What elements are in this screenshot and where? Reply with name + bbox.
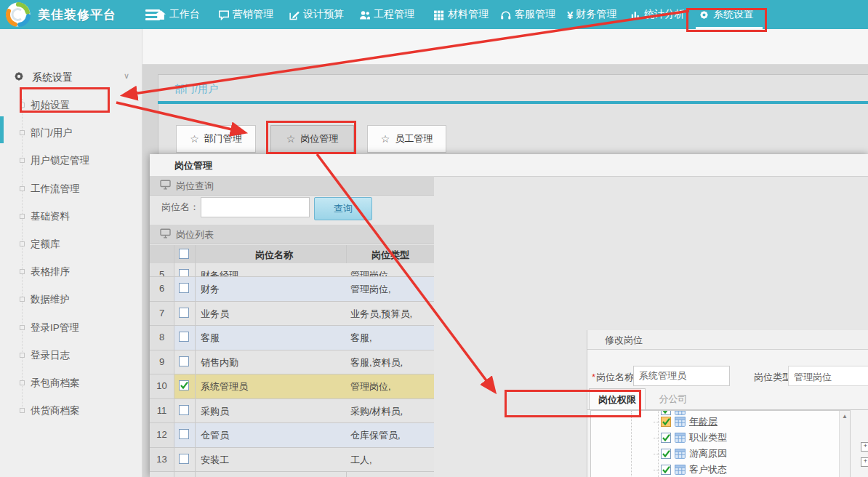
nav-item-label: 设计预算 [303, 8, 344, 21]
nav-item-7[interactable]: ¥财务管理 [567, 0, 616, 29]
breadcrumb-bar [142, 29, 868, 65]
row-number: 6 [150, 277, 174, 301]
post-manage-dialog: 岗位管理 岗位查询 岗位名： 查询 岗位列表 岗位名称 岗位类型 5财务经理管理… [150, 154, 868, 477]
sidebar-item-label: 初始设置 [31, 99, 70, 112]
post-type-cell: 仓库保管员, [350, 429, 401, 442]
table-row-6[interactable]: 6财务管理岗位, [150, 277, 434, 302]
table-icon [675, 433, 686, 443]
post-manage-button[interactable]: ☆岗位管理 [270, 125, 354, 153]
row-checkbox[interactable] [174, 399, 196, 422]
tree-item-年龄层[interactable]: 年龄层 [654, 414, 851, 430]
panel-tab-dept-user[interactable]: 部门/用户 [174, 83, 218, 96]
yen-icon: ¥ [567, 9, 573, 21]
post-type-select[interactable]: 管理岗位 ▼ [788, 366, 868, 386]
table-row-12[interactable]: 12仓管员仓库保管员, [150, 423, 434, 448]
table-row-10[interactable]: 10系统管理员管理岗位, [150, 374, 434, 399]
expander-icon[interactable]: + [861, 442, 868, 452]
post-name-cell: 销售内勤 [201, 356, 238, 369]
table-row-11[interactable]: 11采购员采购/材料员, [150, 399, 434, 423]
table-row-13[interactable]: 13安装工工人, [150, 448, 434, 472]
row-checkbox[interactable] [174, 277, 196, 301]
row-checkbox[interactable] [174, 326, 196, 350]
column-header-name: 岗位名称 [255, 249, 293, 262]
sidebar-item-5[interactable]: 基础资料 [0, 207, 142, 226]
nav-item-label: 工作台 [169, 8, 200, 21]
select-all-checkbox[interactable] [179, 249, 189, 262]
star-icon: ☆ [381, 133, 390, 145]
nav-item-6[interactable]: 客服管理 [500, 0, 555, 29]
tab-post-permissions[interactable]: 岗位权限 [589, 388, 646, 410]
sidebar-item-10[interactable]: 登录日志 [0, 346, 142, 365]
sidebar-item-1[interactable]: 初始设置 [0, 96, 142, 115]
post-name-cell: 系统管理员 [201, 380, 248, 393]
star-icon: ☆ [190, 133, 199, 145]
row-checkbox[interactable] [174, 374, 196, 398]
post-query-section-header: 岗位查询 [150, 176, 434, 196]
nav-item-label: 统计分析 [644, 8, 685, 21]
headset-icon [500, 9, 511, 20]
sidebar-item-label: 登录日志 [31, 349, 70, 362]
table-row-5[interactable]: 5财务经理管理岗位, [150, 263, 434, 277]
tree-checkbox[interactable] [661, 433, 671, 443]
tab-branch-company[interactable]: 分公司 [647, 388, 699, 410]
table-row-9[interactable]: 9销售内勤客服,资料员, [150, 350, 434, 374]
row-checkbox[interactable] [174, 302, 196, 325]
tree-item-label: 游离原因 [689, 447, 727, 460]
nav-item-5[interactable]: 材料管理 [433, 0, 489, 29]
nav-item-3[interactable]: 设计预算 [289, 0, 344, 29]
row-checkbox[interactable] [174, 448, 196, 471]
bullet-icon [20, 241, 25, 246]
sidebar-header-system-settings[interactable]: 系统设置 ∨ [0, 67, 142, 89]
nav-item-8[interactable]: 统计分析 [630, 0, 685, 29]
sidebar-item-12[interactable]: 供货商档案 [0, 401, 142, 420]
row-checkbox[interactable] [174, 263, 196, 276]
monitor-icon [160, 180, 171, 190]
edit-post-panel: 修改岗位 *岗位名称 岗位类型 管理岗位 ▼ 分公司可用 门 岗位权限 分公司 [587, 330, 868, 477]
tree-vertical-scrollbar[interactable]: ▲ ▼ [839, 411, 851, 477]
table-row-7[interactable]: 7业务员业务员,预算员, [150, 302, 434, 326]
tree-checkbox[interactable] [661, 417, 671, 427]
sidebar-item-2[interactable]: 部门/用户 [0, 124, 142, 143]
tree-item-客户状态[interactable]: 客户状态 [654, 462, 851, 477]
edit-post-title: 修改岗位 [605, 334, 643, 347]
table-row-8[interactable]: 8客服客服, [150, 326, 434, 350]
sidebar-item-9[interactable]: 登录IP管理 [0, 318, 142, 337]
sidebar-item-3[interactable]: 用户锁定管理 [0, 151, 142, 170]
home-icon [155, 9, 166, 20]
sidebar-item-11[interactable]: 承包商档案 [0, 374, 142, 393]
post-name-input[interactable] [201, 197, 310, 217]
sidebar-item-6[interactable]: 定额库 [0, 235, 142, 254]
top-navbar: 美佳装修平台 工作台营销管理设计预算工程管理材料管理客服管理¥财务管理统计分析系… [0, 0, 868, 29]
nav-item-label: 客服管理 [515, 8, 555, 21]
nav-item-9[interactable]: 系统设置 [699, 0, 754, 29]
sidebar-rail [22, 99, 23, 413]
row-checkbox[interactable] [174, 350, 196, 374]
nav-item-2[interactable]: 营销管理 [218, 0, 273, 29]
tree-item-职业类型[interactable]: 职业类型 [654, 430, 851, 446]
dialog-header[interactable]: 岗位管理 [150, 154, 868, 177]
scroll-up-icon[interactable]: ▲ [842, 413, 848, 420]
monitor-icon [160, 228, 171, 238]
tree-item-游离原因[interactable]: 游离原因 [654, 446, 851, 462]
row-number: 13 [150, 448, 174, 471]
search-button[interactable]: 查询 [314, 197, 372, 220]
nav-item-1[interactable]: 工作台 [155, 0, 200, 29]
chat-bubble-icon [218, 9, 229, 20]
edit-post-name-input[interactable] [633, 366, 730, 386]
dept-manage-button[interactable]: ☆部门管理 [176, 125, 256, 153]
post-name-cell: 采购员 [201, 405, 229, 418]
tree-checkbox[interactable] [661, 465, 671, 475]
post-table: 岗位名称 岗位类型 5财务经理管理岗位,6财务管理岗位,7业务员业务员,预算员,… [150, 245, 434, 477]
sidebar-item-8[interactable]: 数据维护 [0, 290, 142, 309]
employee-manage-button[interactable]: ☆员工管理 [367, 125, 446, 153]
sidebar-item-4[interactable]: 工作流管理 [0, 180, 142, 199]
sidebar-item-label: 用户锁定管理 [31, 154, 89, 167]
tree-checkbox[interactable] [661, 449, 671, 459]
row-checkbox[interactable] [174, 423, 196, 447]
post-name-field-label: *岗位名称 [592, 371, 634, 384]
tree-connector [654, 470, 659, 470]
sidebar-item-7[interactable]: 表格排序 [0, 262, 142, 281]
expander-icon[interactable]: + [861, 457, 868, 467]
edit-icon [289, 9, 300, 20]
nav-item-4[interactable]: 工程管理 [359, 0, 414, 29]
